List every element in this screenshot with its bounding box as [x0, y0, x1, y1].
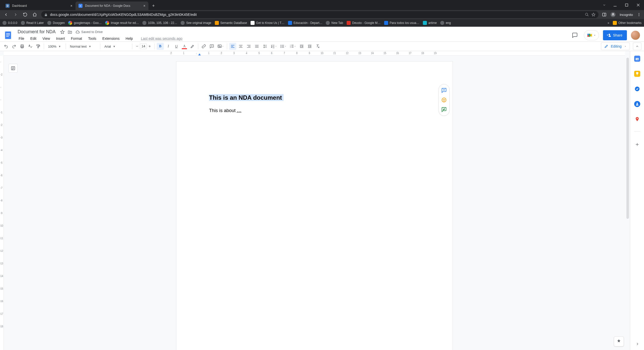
bulleted-list-button[interactable] [279, 43, 288, 50]
increase-indent-button[interactable] [306, 43, 313, 50]
explore-button[interactable] [614, 336, 624, 346]
indent-marker-icon[interactable] [198, 53, 201, 55]
bookmark-item[interactable]: Para todos los usua… [384, 21, 419, 25]
add-reaction-button[interactable] [441, 97, 447, 103]
side-panel-icon[interactable] [602, 12, 607, 17]
menu-format[interactable]: Format [68, 36, 85, 42]
chrome-menu-icon[interactable] [637, 13, 641, 17]
checklist-button[interactable] [269, 43, 278, 50]
bookmark-item[interactable]: 103b, 105, 106 - 22… [142, 21, 177, 25]
font-size-increase-button[interactable]: + [147, 44, 152, 49]
spellcheck-button[interactable] [27, 43, 34, 50]
menu-edit[interactable]: Edit [28, 36, 39, 42]
bookmark-item[interactable]: eng [440, 21, 451, 25]
side-panel-collapse-button[interactable] [635, 342, 639, 346]
bookmark-item[interactable]: googlemaps - Goo… [68, 21, 102, 25]
menu-insert[interactable]: Insert [54, 36, 67, 42]
side-panel-maps-button[interactable] [634, 116, 640, 122]
bookmark-item[interactable]: New Tab [326, 21, 343, 25]
tab-close-icon[interactable]: × [143, 4, 145, 8]
window-maximize-button[interactable] [621, 0, 632, 10]
saved-status[interactable]: Saved to Drive [75, 30, 103, 34]
suggest-edits-button[interactable] [441, 107, 447, 113]
browser-tab-dashboard[interactable]: D Dashboard × [3, 2, 75, 10]
underline-button[interactable]: U [173, 43, 180, 50]
document-scroll-area[interactable]: This is an NDA document This is about … [4, 56, 625, 350]
side-panel-tasks-button[interactable] [634, 86, 640, 92]
insert-link-button[interactable] [200, 43, 207, 50]
collapse-toolbar-button[interactable] [633, 43, 641, 50]
browser-tab-document[interactable]: ≡ Document for NDA - Google Docs × [75, 2, 148, 10]
highlight-color-button[interactable] [189, 43, 196, 50]
document-title-input[interactable]: Document for NDA [16, 29, 57, 35]
document-content[interactable]: This is an NDA document This is about … [176, 61, 453, 146]
menu-extensions[interactable]: Extensions [100, 36, 122, 42]
bookmark-item[interactable]: Deusto - Google M… [347, 21, 381, 25]
font-family-select[interactable]: Arial▼ [102, 43, 130, 50]
bookmark-item[interactable]: Image result for ed… [105, 21, 139, 25]
decrease-indent-button[interactable] [298, 43, 305, 50]
insert-comment-button[interactable] [208, 43, 215, 50]
document-body-line[interactable]: This is about … [209, 108, 420, 113]
bookmark-item[interactable]: 0.0.0.0 [3, 21, 17, 25]
bookmark-item[interactable]: Doxygen [47, 21, 65, 25]
paint-format-button[interactable] [35, 43, 42, 50]
bookmark-item[interactable]: Semantic DataBase [215, 21, 247, 25]
new-tab-button[interactable]: + [150, 2, 157, 9]
line-spacing-button[interactable] [261, 43, 268, 50]
align-center-button[interactable] [237, 43, 244, 50]
bookmark-item[interactable]: Get to Know Us | T… [251, 21, 285, 25]
document-page[interactable]: This is an NDA document This is about … [176, 61, 453, 350]
insert-image-button[interactable] [216, 43, 225, 50]
scrollbar-thumb[interactable] [626, 58, 629, 219]
star-bookmark-icon[interactable] [591, 13, 595, 17]
horizontal-ruler[interactable]: 2112345678910111213141516171819 [4, 51, 625, 56]
address-bar[interactable]: docs.google.com/document/d/1XpPgXsW3xKEN… [41, 11, 598, 18]
bookmark-item[interactable]: Read It Later [21, 21, 44, 25]
text-color-button[interactable]: A [181, 43, 188, 50]
zoom-icon[interactable] [585, 13, 589, 17]
bookmarks-overflow-button[interactable]: » [608, 21, 609, 25]
move-icon[interactable] [68, 30, 72, 34]
account-avatar[interactable] [631, 31, 640, 40]
redo-button[interactable] [11, 43, 18, 50]
side-panel-contacts-button[interactable] [634, 101, 640, 107]
side-panel-calendar-button[interactable]: 31 [634, 56, 640, 62]
align-justify-button[interactable] [253, 43, 260, 50]
window-minimize-button[interactable] [609, 0, 621, 10]
tab-search-button[interactable] [599, 0, 609, 10]
vertical-ruler[interactable]: 2123456789101112131415161718 [0, 56, 4, 350]
share-button[interactable]: Share [603, 30, 627, 40]
align-right-button[interactable] [245, 43, 252, 50]
align-left-button[interactable] [229, 43, 236, 50]
docs-logo-icon[interactable] [3, 30, 13, 40]
clear-formatting-button[interactable] [314, 43, 321, 50]
menu-help[interactable]: Help [123, 36, 135, 42]
comment-history-button[interactable] [570, 30, 580, 40]
other-bookmarks-button[interactable]: Other bookmarks [613, 21, 641, 25]
add-comment-button[interactable] [441, 87, 447, 93]
side-panel-addons-button[interactable]: ＋ [634, 141, 640, 148]
undo-button[interactable] [3, 43, 10, 50]
nav-forward-button[interactable] [13, 12, 19, 18]
bookmark-item[interactable]: artime [423, 21, 437, 25]
print-button[interactable] [19, 43, 26, 50]
menu-file[interactable]: File [16, 36, 27, 42]
vertical-scrollbar[interactable] [626, 56, 629, 337]
italic-button[interactable]: I [165, 43, 172, 50]
bold-button[interactable]: B [157, 43, 164, 50]
zoom-select[interactable]: 100%▼ [46, 43, 64, 50]
font-size-decrease-button[interactable]: − [134, 44, 140, 49]
numbered-list-button[interactable]: 123 [289, 43, 297, 50]
nav-reload-button[interactable] [22, 12, 28, 18]
menu-tools[interactable]: Tools [86, 36, 99, 42]
bookmark-item[interactable]: Educación - Depart… [288, 21, 323, 25]
star-icon[interactable] [60, 30, 65, 34]
paragraph-style-select[interactable]: Normal text▼ [68, 43, 98, 50]
nav-back-button[interactable] [3, 12, 9, 18]
tab-close-icon[interactable]: × [70, 4, 72, 8]
meet-button[interactable] [584, 30, 599, 40]
editing-mode-select[interactable]: Editing [601, 43, 630, 50]
menu-view[interactable]: View [40, 36, 53, 42]
nav-home-button[interactable] [32, 12, 38, 18]
